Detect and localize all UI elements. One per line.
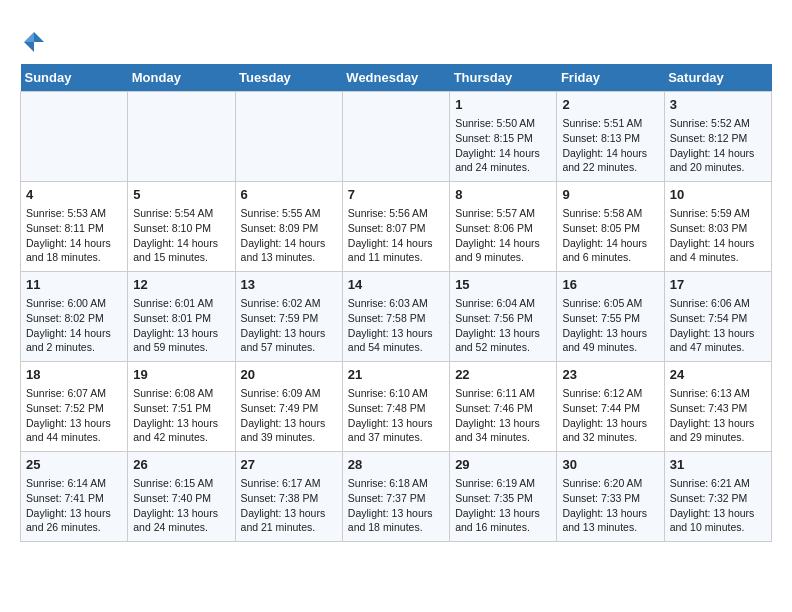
calendar-week-row: 18Sunrise: 6:07 AMSunset: 7:52 PMDayligh… xyxy=(21,362,772,452)
day-number: 31 xyxy=(670,456,766,474)
day-number: 2 xyxy=(562,96,658,114)
calendar-cell: 16Sunrise: 6:05 AMSunset: 7:55 PMDayligh… xyxy=(557,272,664,362)
weekday-header: Sunday xyxy=(21,64,128,92)
calendar-cell: 31Sunrise: 6:21 AMSunset: 7:32 PMDayligh… xyxy=(664,452,771,542)
day-number: 22 xyxy=(455,366,551,384)
day-info: Sunrise: 6:11 AMSunset: 7:46 PMDaylight:… xyxy=(455,386,551,445)
calendar-cell: 14Sunrise: 6:03 AMSunset: 7:58 PMDayligh… xyxy=(342,272,449,362)
day-number: 6 xyxy=(241,186,337,204)
day-number: 10 xyxy=(670,186,766,204)
weekday-header: Tuesday xyxy=(235,64,342,92)
day-number: 29 xyxy=(455,456,551,474)
day-info: Sunrise: 6:15 AMSunset: 7:40 PMDaylight:… xyxy=(133,476,229,535)
day-info: Sunrise: 6:01 AMSunset: 8:01 PMDaylight:… xyxy=(133,296,229,355)
calendar-cell: 29Sunrise: 6:19 AMSunset: 7:35 PMDayligh… xyxy=(450,452,557,542)
calendar-cell xyxy=(21,92,128,182)
day-info: Sunrise: 6:10 AMSunset: 7:48 PMDaylight:… xyxy=(348,386,444,445)
calendar-cell: 9Sunrise: 5:58 AMSunset: 8:05 PMDaylight… xyxy=(557,182,664,272)
day-number: 15 xyxy=(455,276,551,294)
day-number: 1 xyxy=(455,96,551,114)
day-number: 12 xyxy=(133,276,229,294)
day-number: 14 xyxy=(348,276,444,294)
day-number: 21 xyxy=(348,366,444,384)
weekday-header: Thursday xyxy=(450,64,557,92)
calendar-cell: 11Sunrise: 6:00 AMSunset: 8:02 PMDayligh… xyxy=(21,272,128,362)
day-info: Sunrise: 6:04 AMSunset: 7:56 PMDaylight:… xyxy=(455,296,551,355)
day-number: 20 xyxy=(241,366,337,384)
day-info: Sunrise: 6:05 AMSunset: 7:55 PMDaylight:… xyxy=(562,296,658,355)
day-info: Sunrise: 5:54 AMSunset: 8:10 PMDaylight:… xyxy=(133,206,229,265)
calendar-cell: 8Sunrise: 5:57 AMSunset: 8:06 PMDaylight… xyxy=(450,182,557,272)
day-info: Sunrise: 5:50 AMSunset: 8:15 PMDaylight:… xyxy=(455,116,551,175)
calendar-header: SundayMondayTuesdayWednesdayThursdayFrid… xyxy=(21,64,772,92)
day-number: 19 xyxy=(133,366,229,384)
calendar-cell: 15Sunrise: 6:04 AMSunset: 7:56 PMDayligh… xyxy=(450,272,557,362)
calendar-cell: 21Sunrise: 6:10 AMSunset: 7:48 PMDayligh… xyxy=(342,362,449,452)
calendar-cell: 27Sunrise: 6:17 AMSunset: 7:38 PMDayligh… xyxy=(235,452,342,542)
day-number: 13 xyxy=(241,276,337,294)
calendar-week-row: 25Sunrise: 6:14 AMSunset: 7:41 PMDayligh… xyxy=(21,452,772,542)
logo-icon xyxy=(20,28,48,56)
day-info: Sunrise: 6:03 AMSunset: 7:58 PMDaylight:… xyxy=(348,296,444,355)
calendar-cell: 25Sunrise: 6:14 AMSunset: 7:41 PMDayligh… xyxy=(21,452,128,542)
calendar-cell xyxy=(342,92,449,182)
day-number: 9 xyxy=(562,186,658,204)
day-number: 26 xyxy=(133,456,229,474)
day-info: Sunrise: 5:59 AMSunset: 8:03 PMDaylight:… xyxy=(670,206,766,265)
weekday-header: Saturday xyxy=(664,64,771,92)
day-number: 23 xyxy=(562,366,658,384)
day-number: 30 xyxy=(562,456,658,474)
day-number: 18 xyxy=(26,366,122,384)
day-number: 11 xyxy=(26,276,122,294)
day-info: Sunrise: 6:02 AMSunset: 7:59 PMDaylight:… xyxy=(241,296,337,355)
day-info: Sunrise: 6:00 AMSunset: 8:02 PMDaylight:… xyxy=(26,296,122,355)
day-info: Sunrise: 6:20 AMSunset: 7:33 PMDaylight:… xyxy=(562,476,658,535)
calendar-body: 1Sunrise: 5:50 AMSunset: 8:15 PMDaylight… xyxy=(21,92,772,542)
day-info: Sunrise: 6:06 AMSunset: 7:54 PMDaylight:… xyxy=(670,296,766,355)
calendar-cell: 10Sunrise: 5:59 AMSunset: 8:03 PMDayligh… xyxy=(664,182,771,272)
calendar-cell: 22Sunrise: 6:11 AMSunset: 7:46 PMDayligh… xyxy=(450,362,557,452)
calendar-cell: 20Sunrise: 6:09 AMSunset: 7:49 PMDayligh… xyxy=(235,362,342,452)
day-info: Sunrise: 6:21 AMSunset: 7:32 PMDaylight:… xyxy=(670,476,766,535)
day-info: Sunrise: 6:07 AMSunset: 7:52 PMDaylight:… xyxy=(26,386,122,445)
calendar-cell: 2Sunrise: 5:51 AMSunset: 8:13 PMDaylight… xyxy=(557,92,664,182)
logo xyxy=(20,28,52,56)
calendar-cell: 12Sunrise: 6:01 AMSunset: 8:01 PMDayligh… xyxy=(128,272,235,362)
calendar-cell: 6Sunrise: 5:55 AMSunset: 8:09 PMDaylight… xyxy=(235,182,342,272)
calendar-cell: 24Sunrise: 6:13 AMSunset: 7:43 PMDayligh… xyxy=(664,362,771,452)
day-info: Sunrise: 6:09 AMSunset: 7:49 PMDaylight:… xyxy=(241,386,337,445)
calendar-cell xyxy=(235,92,342,182)
weekday-header: Wednesday xyxy=(342,64,449,92)
day-info: Sunrise: 5:51 AMSunset: 8:13 PMDaylight:… xyxy=(562,116,658,175)
calendar-cell: 19Sunrise: 6:08 AMSunset: 7:51 PMDayligh… xyxy=(128,362,235,452)
calendar-cell: 17Sunrise: 6:06 AMSunset: 7:54 PMDayligh… xyxy=(664,272,771,362)
calendar-cell: 13Sunrise: 6:02 AMSunset: 7:59 PMDayligh… xyxy=(235,272,342,362)
calendar-week-row: 4Sunrise: 5:53 AMSunset: 8:11 PMDaylight… xyxy=(21,182,772,272)
day-info: Sunrise: 5:55 AMSunset: 8:09 PMDaylight:… xyxy=(241,206,337,265)
day-info: Sunrise: 6:12 AMSunset: 7:44 PMDaylight:… xyxy=(562,386,658,445)
day-number: 27 xyxy=(241,456,337,474)
day-info: Sunrise: 6:19 AMSunset: 7:35 PMDaylight:… xyxy=(455,476,551,535)
day-info: Sunrise: 5:53 AMSunset: 8:11 PMDaylight:… xyxy=(26,206,122,265)
calendar-table: SundayMondayTuesdayWednesdayThursdayFrid… xyxy=(20,64,772,542)
calendar-cell: 23Sunrise: 6:12 AMSunset: 7:44 PMDayligh… xyxy=(557,362,664,452)
weekday-header: Friday xyxy=(557,64,664,92)
day-number: 4 xyxy=(26,186,122,204)
day-info: Sunrise: 5:58 AMSunset: 8:05 PMDaylight:… xyxy=(562,206,658,265)
day-number: 7 xyxy=(348,186,444,204)
day-info: Sunrise: 6:14 AMSunset: 7:41 PMDaylight:… xyxy=(26,476,122,535)
day-number: 25 xyxy=(26,456,122,474)
calendar-cell: 18Sunrise: 6:07 AMSunset: 7:52 PMDayligh… xyxy=(21,362,128,452)
weekday-header: Monday xyxy=(128,64,235,92)
day-number: 5 xyxy=(133,186,229,204)
day-number: 16 xyxy=(562,276,658,294)
day-info: Sunrise: 6:13 AMSunset: 7:43 PMDaylight:… xyxy=(670,386,766,445)
day-info: Sunrise: 6:08 AMSunset: 7:51 PMDaylight:… xyxy=(133,386,229,445)
day-number: 24 xyxy=(670,366,766,384)
calendar-cell: 3Sunrise: 5:52 AMSunset: 8:12 PMDaylight… xyxy=(664,92,771,182)
day-info: Sunrise: 5:57 AMSunset: 8:06 PMDaylight:… xyxy=(455,206,551,265)
calendar-week-row: 11Sunrise: 6:00 AMSunset: 8:02 PMDayligh… xyxy=(21,272,772,362)
calendar-cell: 30Sunrise: 6:20 AMSunset: 7:33 PMDayligh… xyxy=(557,452,664,542)
calendar-cell: 5Sunrise: 5:54 AMSunset: 8:10 PMDaylight… xyxy=(128,182,235,272)
calendar-cell: 28Sunrise: 6:18 AMSunset: 7:37 PMDayligh… xyxy=(342,452,449,542)
